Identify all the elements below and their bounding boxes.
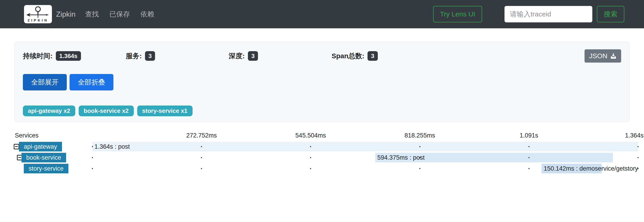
navbar: ZIPKIN Zipkin 查找已保存依赖 Try Lens UI 搜索 (0, 0, 644, 28)
span-bar[interactable] (92, 142, 638, 151)
nav-links: 查找已保存依赖 (85, 9, 154, 19)
tick-dot (419, 146, 420, 147)
trace-row: story-service150.142ms : demoservice/get… (0, 164, 644, 173)
trace-rows: api-gateway1.364s : postbook-service594.… (0, 142, 644, 173)
svg-text:ZIPKIN: ZIPKIN (28, 18, 48, 22)
timeline-header: Services 272.752ms545.504ms818.255ms1.09… (0, 132, 644, 139)
tick-dot (638, 157, 639, 158)
zipkin-logo[interactable]: ZIPKIN (24, 5, 52, 23)
row-track: 594.375ms : post (92, 153, 638, 162)
zipkin-pin-icon: ZIPKIN (26, 6, 50, 22)
nav-link-0[interactable]: 查找 (85, 9, 99, 19)
time-axis: 272.752ms545.504ms818.255ms1.091s1.364s (92, 132, 638, 139)
tick-dot (528, 157, 530, 158)
tick-dot (310, 168, 311, 169)
info-item-3: Span总数:3 (332, 51, 434, 61)
trace-summary-panel: 持续时间:1.364s服务:3深度:3Span总数:3 JSON 全部展开 全部… (14, 42, 630, 122)
span-label: 594.375ms : post (375, 154, 425, 161)
time-tick-label: 272.752ms (186, 132, 217, 139)
info-value-badge: 3 (248, 51, 258, 61)
trace-timeline: Services 272.752ms545.504ms818.255ms1.09… (0, 132, 644, 173)
tick-dot (419, 168, 420, 169)
info-item-2: 深度:3 (229, 51, 332, 61)
info-label: 深度: (229, 51, 245, 61)
tick-dot (528, 146, 530, 147)
json-button-label: JSON (589, 52, 608, 60)
tick-dot (310, 146, 311, 147)
info-item-0: 持续时间:1.364s (23, 51, 126, 61)
info-value-badge: 1.364s (56, 51, 81, 61)
download-icon (610, 53, 616, 59)
info-value-badge: 3 (145, 51, 155, 61)
service-name-api-gateway[interactable]: api-gateway (19, 142, 62, 151)
trace-info-row: 持续时间:1.364s服务:3深度:3Span总数:3 JSON (23, 49, 621, 63)
service-count-badge-0: api-gateway x2 (23, 106, 75, 116)
trace-row: api-gateway1.364s : post (0, 142, 644, 151)
trace-row: book-service594.375ms : post (0, 153, 644, 162)
service-name-story-service[interactable]: story-service (24, 164, 68, 173)
info-label: Span总数: (332, 51, 364, 61)
nav-link-1[interactable]: 已保存 (109, 9, 130, 19)
expand-all-button[interactable]: 全部展开 (23, 74, 67, 90)
search-button[interactable]: 搜索 (597, 6, 624, 22)
expand-collapse-actions: 全部展开 全部折叠 (23, 74, 621, 90)
span-label: 150.142ms : demoservice/getstory (542, 165, 638, 172)
tick-dot (201, 168, 202, 169)
tick-dot (310, 157, 311, 158)
time-tick-label: 1.364s (625, 132, 644, 139)
collapse-all-button[interactable]: 全部折叠 (70, 74, 114, 90)
tick-dot (201, 146, 202, 147)
service-badges-row: api-gateway x2book-service x2story-servi… (23, 106, 621, 116)
info-label: 服务: (126, 51, 142, 61)
tick-dot (201, 157, 202, 158)
time-tick-label: 818.255ms (404, 132, 435, 139)
service-count-badge-1: book-service x2 (79, 106, 134, 116)
tick-dot (92, 168, 93, 169)
info-value-badge: 3 (368, 51, 378, 61)
traceid-search-input[interactable] (504, 6, 592, 22)
time-tick-label: 1.091s (520, 132, 538, 139)
row-track: 1.364s : post (92, 142, 638, 151)
try-lens-ui-button[interactable]: Try Lens UI (433, 6, 482, 22)
tick-dot (638, 146, 639, 147)
tick-dot (528, 168, 530, 169)
services-column-header: Services (15, 132, 39, 139)
brand-title[interactable]: Zipkin (56, 10, 76, 18)
tick-dot (92, 157, 93, 158)
row-track: 150.142ms : demoservice/getstory (92, 164, 638, 173)
service-count-badge-2: story-service x1 (137, 106, 192, 116)
info-item-1: 服务:3 (126, 51, 229, 61)
service-name-book-service[interactable]: book-service (22, 153, 66, 162)
nav-link-2[interactable]: 依赖 (140, 9, 154, 19)
json-download-button[interactable]: JSON (584, 49, 621, 63)
time-tick-label: 545.504ms (296, 132, 326, 139)
span-label: 1.364s : post (92, 143, 130, 150)
collapse-minus-icon[interactable] (14, 144, 19, 149)
info-label: 持续时间: (23, 51, 52, 61)
